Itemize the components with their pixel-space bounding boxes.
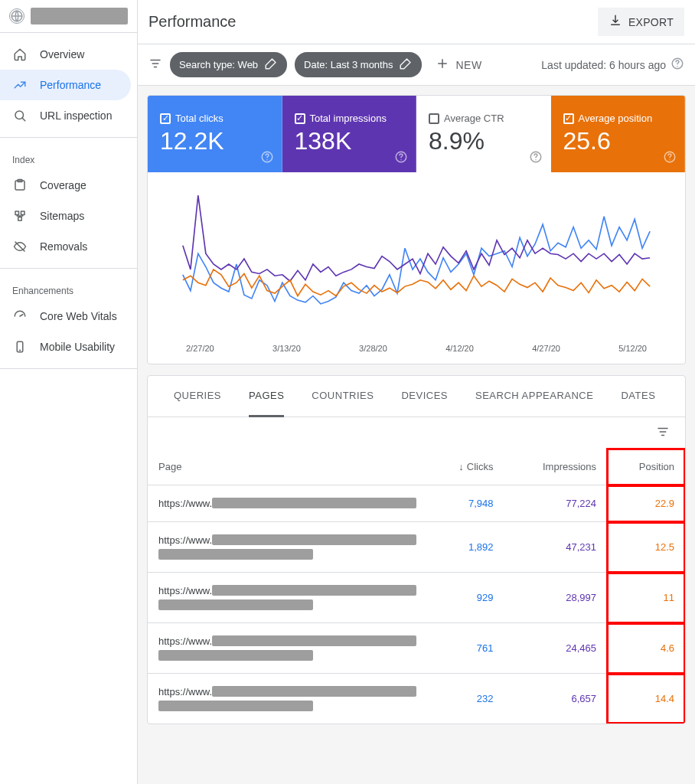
tab-pages[interactable]: PAGES xyxy=(249,376,284,417)
cell-position: 12.5 xyxy=(607,522,685,573)
globe-icon xyxy=(9,8,24,24)
table-filter-icon[interactable] xyxy=(656,425,670,441)
sidebar-item-coverage[interactable]: Coverage xyxy=(0,170,137,201)
edit-icon xyxy=(399,57,413,73)
cell-impressions: 47,231 xyxy=(504,522,607,573)
column-header-page[interactable]: Page xyxy=(148,449,427,485)
sidebar: OverviewPerformanceURL inspectionIndexCo… xyxy=(0,0,138,784)
checkbox-icon xyxy=(563,113,574,124)
page-url: https://www. xyxy=(158,498,212,509)
redacted xyxy=(158,549,313,560)
sidebar-item-label: Mobile Usability xyxy=(40,341,115,353)
removals-icon xyxy=(12,239,28,254)
redacted xyxy=(158,599,313,610)
filter-bar: Search type: WebDate: Last 3 months NEW … xyxy=(138,44,695,86)
trend-icon xyxy=(12,77,28,93)
performance-chart[interactable]: 2/27/203/13/203/28/204/12/204/27/205/12/… xyxy=(148,172,685,364)
tab-devices[interactable]: DEVICES xyxy=(401,376,448,416)
sidebar-item-sitemaps[interactable]: Sitemaps xyxy=(0,201,137,231)
metric-label: Average CTR xyxy=(444,113,504,124)
help-icon[interactable] xyxy=(529,150,543,166)
filter-icon[interactable] xyxy=(148,57,162,73)
metric-label: Average position xyxy=(579,113,653,124)
checkbox-icon xyxy=(160,113,171,124)
table-row[interactable]: https://www.1,89247,23112.5 xyxy=(148,522,685,573)
redacted xyxy=(212,585,416,596)
sidebar-section-label: Enhancements xyxy=(0,275,137,301)
redacted xyxy=(212,534,416,545)
metric-impr[interactable]: Total impressions138K xyxy=(282,96,417,172)
table-card: QUERIESPAGESCOUNTRIESDEVICESSEARCH APPEA… xyxy=(147,375,686,724)
checkbox-icon xyxy=(429,113,439,124)
redacted xyxy=(212,686,416,697)
sidebar-item-overview[interactable]: Overview xyxy=(0,39,137,70)
coverage-icon xyxy=(12,178,28,193)
main: Performance EXPORT Search type: WebDate:… xyxy=(138,0,695,784)
x-axis-label: 4/27/20 xyxy=(532,344,560,353)
sidebar-item-url-inspection[interactable]: URL inspection xyxy=(0,100,137,131)
cell-position: 22.9 xyxy=(607,485,685,522)
column-header-clicks[interactable]: ↓Clicks xyxy=(427,449,504,485)
sidebar-item-label: URL inspection xyxy=(40,109,112,122)
cell-clicks: 232 xyxy=(427,674,504,724)
table-row[interactable]: https://www.92928,99711 xyxy=(148,573,685,623)
x-axis-label: 4/12/20 xyxy=(445,344,474,353)
export-button[interactable]: EXPORT xyxy=(598,8,684,36)
help-icon[interactable] xyxy=(663,150,677,166)
property-selector[interactable] xyxy=(0,0,137,33)
metric-value: 138K xyxy=(295,127,404,155)
sidebar-item-label: Overview xyxy=(40,48,84,60)
plus-icon xyxy=(436,57,449,73)
column-header-position[interactable]: Position xyxy=(607,449,685,485)
sidebar-item-label: Coverage xyxy=(40,179,86,191)
sitemap-icon xyxy=(12,208,28,224)
cell-impressions: 24,465 xyxy=(504,623,607,674)
edit-icon xyxy=(264,57,278,73)
column-header-impressions[interactable]: Impressions xyxy=(504,449,607,485)
table-row[interactable]: https://www.7,94877,22422.9 xyxy=(148,485,685,522)
sidebar-item-mobile-usability[interactable]: Mobile Usability xyxy=(0,332,137,362)
chart-series-average-position xyxy=(183,270,650,296)
pages-table: Page↓ClicksImpressionsPosition https://w… xyxy=(148,449,685,724)
mobile-icon xyxy=(12,339,28,354)
tab-queries[interactable]: QUERIES xyxy=(174,376,221,416)
help-icon[interactable] xyxy=(394,150,408,166)
tab-countries[interactable]: COUNTRIES xyxy=(312,376,374,416)
redacted xyxy=(158,650,313,661)
help-icon[interactable] xyxy=(671,57,684,73)
sidebar-item-performance[interactable]: Performance xyxy=(0,70,131,100)
chart-series-total-impressions xyxy=(183,195,650,281)
new-label: NEW xyxy=(455,59,481,71)
help-icon[interactable] xyxy=(260,150,274,166)
page-title: Performance xyxy=(148,13,237,31)
tab-dates[interactable]: DATES xyxy=(621,376,655,416)
last-updated: Last updated: 6 hours ago xyxy=(541,57,684,73)
dimension-tabs: QUERIESPAGESCOUNTRIESDEVICESSEARCH APPEA… xyxy=(148,376,685,417)
checkbox-icon xyxy=(295,113,305,124)
redacted xyxy=(212,498,416,508)
search-icon xyxy=(12,108,28,123)
filter-chip[interactable]: Date: Last 3 months xyxy=(295,52,422,77)
cell-position: 11 xyxy=(607,573,685,623)
x-axis-label: 3/28/20 xyxy=(359,344,387,353)
cell-impressions: 28,997 xyxy=(504,573,607,623)
sidebar-item-label: Performance xyxy=(40,79,101,91)
home-icon xyxy=(12,47,28,62)
download-icon xyxy=(609,14,622,30)
filter-chip[interactable]: Search type: Web xyxy=(170,52,287,77)
metric-clicks[interactable]: Total clicks12.2K xyxy=(148,96,282,172)
table-row[interactable]: https://www.76124,4654.6 xyxy=(148,623,685,674)
x-axis-label: 2/27/20 xyxy=(186,344,214,353)
sidebar-item-removals[interactable]: Removals xyxy=(0,231,137,262)
cell-clicks: 929 xyxy=(427,573,504,623)
metric-ctr[interactable]: Average CTR8.9% xyxy=(416,96,551,172)
table-row[interactable]: https://www.2326,65714.4 xyxy=(148,674,685,724)
metric-pos[interactable]: Average position25.6 xyxy=(551,96,686,172)
sidebar-item-core-web-vitals[interactable]: Core Web Vitals xyxy=(0,301,137,332)
sidebar-section-label: Index xyxy=(0,144,137,170)
add-filter-button[interactable]: NEW xyxy=(429,52,488,77)
sidebar-item-label: Sitemaps xyxy=(40,210,84,222)
tab-search-appearance[interactable]: SEARCH APPEARANCE xyxy=(475,376,593,416)
page-url: https://www. xyxy=(158,635,212,647)
metrics-chart-card: Total clicks12.2KTotal impressions138KAv… xyxy=(147,95,686,364)
